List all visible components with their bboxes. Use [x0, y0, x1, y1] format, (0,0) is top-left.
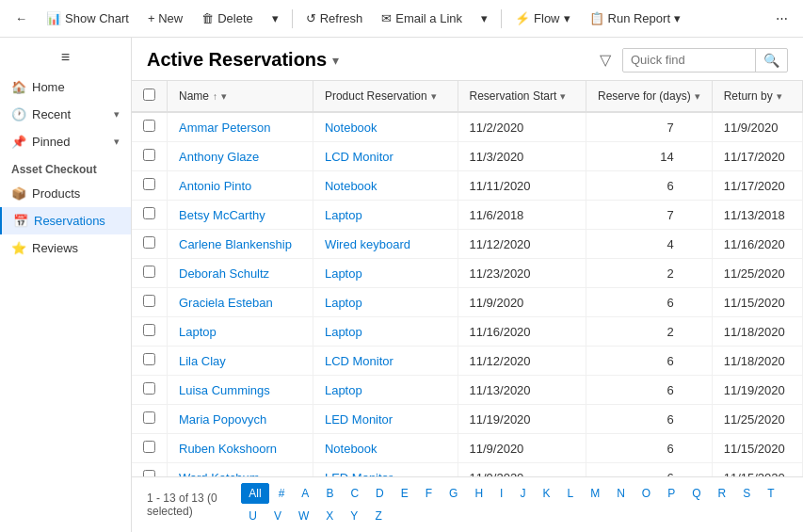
row-checkbox-cell[interactable]: [132, 347, 168, 376]
row-checkbox-cell[interactable]: [132, 112, 168, 142]
row-checkbox-cell[interactable]: [132, 288, 168, 317]
product-link[interactable]: Laptop: [325, 325, 362, 339]
more-button[interactable]: ⋯: [768, 8, 795, 29]
row-checkbox[interactable]: [143, 353, 155, 365]
chevron-down-icon[interactable]: ▾: [332, 53, 339, 68]
row-checkbox-cell[interactable]: [132, 376, 168, 405]
email-link-button[interactable]: ✉ Email a Link: [374, 8, 470, 29]
pagination-button[interactable]: P: [660, 483, 683, 504]
filter-button[interactable]: ▽: [596, 47, 615, 73]
pagination-button[interactable]: M: [583, 483, 607, 504]
email-chevron-button[interactable]: ▾: [474, 8, 495, 29]
pagination-button[interactable]: A: [294, 483, 316, 504]
col-return[interactable]: Return by ▾: [712, 81, 802, 112]
sidebar-item-products[interactable]: 📦 Products: [0, 180, 131, 207]
flow-button[interactable]: ⚡ Flow ▾: [507, 8, 577, 29]
sidebar-item-pinned[interactable]: 📌 Pinned ▾: [0, 128, 131, 155]
row-checkbox-cell[interactable]: [132, 434, 168, 463]
pagination-button[interactable]: W: [291, 506, 316, 526]
row-checkbox-cell[interactable]: [132, 230, 168, 259]
name-link[interactable]: Anthony Glaze: [179, 150, 259, 164]
back-button[interactable]: ←: [8, 8, 35, 29]
product-link[interactable]: Wired keyboard: [325, 237, 410, 251]
name-link[interactable]: Antonio Pinto: [179, 179, 251, 193]
name-link[interactable]: Ammar Peterson: [179, 121, 271, 135]
pagination-button[interactable]: C: [343, 483, 366, 504]
pagination-button[interactable]: R: [711, 483, 734, 504]
row-checkbox[interactable]: [143, 324, 155, 336]
sidebar-item-reservations[interactable]: 📅 Reservations: [0, 207, 131, 234]
col-product[interactable]: Product Reservation ▾: [313, 81, 458, 112]
product-link[interactable]: Notebook: [325, 179, 377, 193]
new-button[interactable]: + New: [140, 8, 190, 29]
row-checkbox[interactable]: [143, 236, 155, 249]
row-checkbox-cell[interactable]: [132, 463, 168, 477]
pagination-button[interactable]: N: [609, 483, 633, 504]
pagination-button[interactable]: G: [442, 483, 465, 504]
row-checkbox-cell[interactable]: [132, 142, 168, 171]
show-chart-button[interactable]: 📊 Show Chart: [39, 8, 137, 29]
name-link[interactable]: Maria Popovych: [179, 412, 266, 427]
sidebar-item-recent[interactable]: 🕐 Recent ▾: [0, 101, 131, 128]
row-checkbox[interactable]: [143, 295, 155, 307]
row-checkbox[interactable]: [143, 382, 155, 395]
pagination-button[interactable]: O: [634, 483, 658, 504]
select-all-col[interactable]: [132, 81, 168, 112]
pagination-button[interactable]: J: [512, 483, 533, 504]
pagination-button[interactable]: V: [266, 506, 289, 526]
pagination-button[interactable]: X: [318, 506, 341, 526]
select-all-checkbox[interactable]: [143, 89, 155, 101]
pagination-button[interactable]: S: [735, 483, 758, 504]
product-link[interactable]: Laptop: [325, 266, 362, 281]
row-checkbox[interactable]: [143, 120, 155, 132]
name-link[interactable]: Deborah Schultz: [179, 266, 269, 281]
product-link[interactable]: Notebook: [325, 121, 377, 135]
sidebar-item-reviews[interactable]: ⭐ Reviews: [0, 234, 131, 262]
product-link[interactable]: Laptop: [325, 383, 362, 397]
col-days[interactable]: Reserve for (days) ▾: [586, 81, 713, 112]
name-link[interactable]: Lila Clay: [179, 354, 226, 368]
hamburger-button[interactable]: ≡: [0, 41, 131, 73]
row-checkbox-cell[interactable]: [132, 171, 168, 201]
name-link[interactable]: Laptop: [179, 325, 217, 339]
name-link[interactable]: Carlene Blankenship: [179, 237, 292, 251]
pagination-button[interactable]: F: [418, 483, 440, 504]
product-link[interactable]: Laptop: [325, 296, 362, 310]
pagination-button[interactable]: I: [492, 483, 510, 504]
pagination-button[interactable]: U: [241, 506, 265, 526]
pagination-button[interactable]: H: [467, 483, 490, 504]
pagination-button[interactable]: L: [559, 483, 581, 504]
refresh-button[interactable]: ↺ Refresh: [298, 8, 371, 29]
row-checkbox-cell[interactable]: [132, 259, 168, 288]
name-link[interactable]: Ruben Kokshoorn: [179, 442, 277, 456]
row-checkbox[interactable]: [143, 441, 155, 453]
col-name[interactable]: Name ↑ ▾: [168, 81, 313, 112]
name-link[interactable]: Luisa Cummings: [179, 383, 270, 397]
col-start[interactable]: Reservation Start ▾: [458, 81, 586, 112]
product-link[interactable]: Notebook: [325, 442, 377, 456]
product-link[interactable]: LED Monitor: [325, 412, 393, 427]
pagination-button[interactable]: Y: [343, 506, 365, 526]
search-button[interactable]: 🔍: [755, 49, 787, 72]
product-link[interactable]: Laptop: [325, 208, 362, 222]
pagination-button[interactable]: T: [760, 483, 781, 504]
row-checkbox[interactable]: [143, 266, 155, 278]
row-checkbox[interactable]: [143, 470, 155, 476]
delete-chevron-button[interactable]: ▾: [265, 8, 286, 29]
pagination-button[interactable]: B: [318, 483, 341, 504]
row-checkbox[interactable]: [143, 178, 155, 190]
row-checkbox[interactable]: [143, 149, 155, 161]
run-report-button[interactable]: 📋 Run Report ▾: [582, 8, 688, 29]
row-checkbox-cell[interactable]: [132, 317, 168, 347]
sidebar-item-home[interactable]: 🏠 Home: [0, 73, 131, 101]
row-checkbox-cell[interactable]: [132, 201, 168, 230]
row-checkbox[interactable]: [143, 207, 155, 219]
pagination-button[interactable]: E: [393, 483, 416, 504]
pagination-button[interactable]: Q: [684, 483, 708, 504]
product-link[interactable]: LCD Monitor: [325, 354, 393, 368]
pagination-button[interactable]: Z: [367, 506, 389, 526]
delete-button[interactable]: 🗑 Delete: [194, 8, 261, 29]
pagination-button[interactable]: D: [368, 483, 392, 504]
pagination-button[interactable]: K: [535, 483, 557, 504]
pagination-button[interactable]: All: [241, 483, 268, 504]
